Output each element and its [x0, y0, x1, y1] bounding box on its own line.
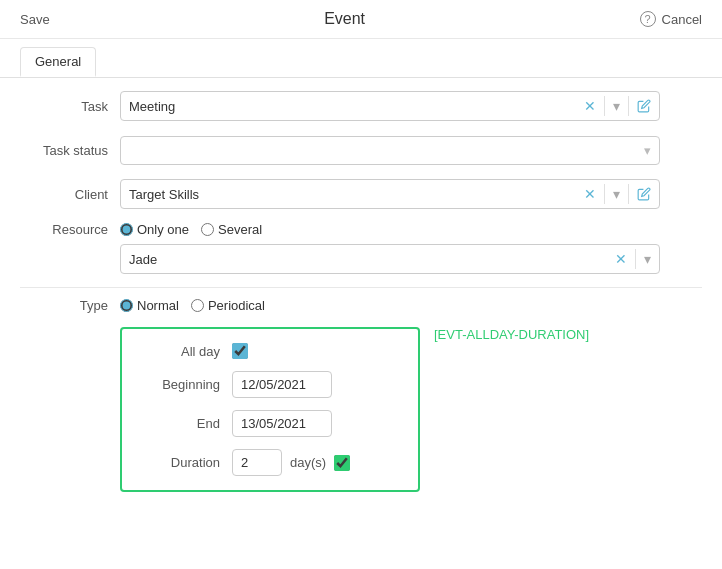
- page-title: Event: [324, 10, 365, 28]
- client-control: ✕ ▾: [120, 179, 702, 209]
- help-icon[interactable]: ?: [640, 11, 656, 27]
- cancel-button[interactable]: Cancel: [662, 12, 702, 27]
- resource-radio-row: Resource Only one Several: [20, 222, 702, 237]
- type-normal-text: Normal: [137, 298, 179, 313]
- type-label: Type: [20, 298, 120, 313]
- task-edit-button[interactable]: [629, 93, 659, 119]
- type-row: Type Normal Periodical: [20, 298, 702, 313]
- allday-row: All day: [142, 343, 398, 359]
- task-status-select[interactable]: ▾: [120, 136, 660, 165]
- client-edit-button[interactable]: [629, 181, 659, 207]
- type-periodical-label[interactable]: Periodical: [191, 298, 265, 313]
- form-content: Task ✕ ▾ Task status ▾: [0, 78, 722, 504]
- event-tag: [EVT-ALLDAY-DURATION]: [434, 327, 589, 342]
- client-row: Client ✕ ▾: [20, 178, 702, 210]
- client-dropdown-button[interactable]: ▾: [605, 180, 628, 208]
- resource-several-label[interactable]: Several: [201, 222, 262, 237]
- task-row: Task ✕ ▾: [20, 90, 702, 122]
- duration-row: Duration day(s): [142, 449, 398, 476]
- resource-dropdown-button[interactable]: ▾: [636, 245, 659, 273]
- allday-checkbox[interactable]: [232, 343, 248, 359]
- header: Save Event ? Cancel: [0, 0, 722, 39]
- duration-checkbox[interactable]: [334, 455, 350, 471]
- type-normal-label[interactable]: Normal: [120, 298, 179, 313]
- client-input-group: ✕ ▾: [120, 179, 660, 209]
- section-divider: [20, 287, 702, 288]
- task-control: ✕ ▾: [120, 91, 702, 121]
- type-periodical-text: Periodical: [208, 298, 265, 313]
- header-right: ? Cancel: [640, 11, 702, 27]
- task-clear-button[interactable]: ✕: [576, 92, 604, 120]
- end-input[interactable]: [232, 410, 332, 437]
- beginning-row: Beginning: [142, 371, 398, 398]
- client-clear-button[interactable]: ✕: [576, 180, 604, 208]
- tab-general[interactable]: General: [20, 47, 96, 77]
- type-radio-group: Normal Periodical: [120, 298, 265, 313]
- duration-input[interactable]: [232, 449, 282, 476]
- save-button[interactable]: Save: [20, 12, 50, 27]
- duration-label: Duration: [142, 455, 232, 470]
- end-label: End: [142, 416, 232, 431]
- allday-section: All day Beginning End D: [120, 327, 702, 492]
- task-status-control: ▾: [120, 136, 702, 165]
- type-normal-radio[interactable]: [120, 299, 133, 312]
- resource-input-row: ✕ ▾: [20, 243, 702, 275]
- tabs-bar: General: [0, 39, 722, 78]
- resource-several-text: Several: [218, 222, 262, 237]
- resource-input-group: ✕ ▾: [120, 244, 660, 274]
- task-label: Task: [20, 99, 120, 114]
- task-input-group: ✕ ▾: [120, 91, 660, 121]
- resource-section: Resource Only one Several ✕ ▾: [20, 222, 702, 275]
- client-label: Client: [20, 187, 120, 202]
- resource-only-one-text: Only one: [137, 222, 189, 237]
- end-row: End: [142, 410, 398, 437]
- resource-only-one-label[interactable]: Only one: [120, 222, 189, 237]
- beginning-label: Beginning: [142, 377, 232, 392]
- resource-clear-button[interactable]: ✕: [607, 245, 635, 273]
- resource-label: Resource: [20, 222, 120, 237]
- allday-control: [232, 343, 248, 359]
- resource-several-radio[interactable]: [201, 223, 214, 236]
- resource-only-one-radio[interactable]: [120, 223, 133, 236]
- task-status-dropdown-icon: ▾: [644, 143, 651, 158]
- task-status-label: Task status: [20, 143, 120, 158]
- allday-box: All day Beginning End D: [120, 327, 420, 492]
- resource-input[interactable]: [121, 246, 607, 273]
- beginning-control: [232, 371, 332, 398]
- resource-radio-group: Only one Several: [120, 222, 262, 237]
- duration-unit: day(s): [290, 455, 326, 470]
- beginning-input[interactable]: [232, 371, 332, 398]
- end-control: [232, 410, 332, 437]
- duration-control: day(s): [232, 449, 350, 476]
- task-status-row: Task status ▾: [20, 134, 702, 166]
- client-input[interactable]: [121, 181, 576, 208]
- resource-input-control: ✕ ▾: [120, 244, 702, 274]
- task-dropdown-button[interactable]: ▾: [605, 92, 628, 120]
- task-input[interactable]: [121, 93, 576, 120]
- type-periodical-radio[interactable]: [191, 299, 204, 312]
- allday-label: All day: [142, 344, 232, 359]
